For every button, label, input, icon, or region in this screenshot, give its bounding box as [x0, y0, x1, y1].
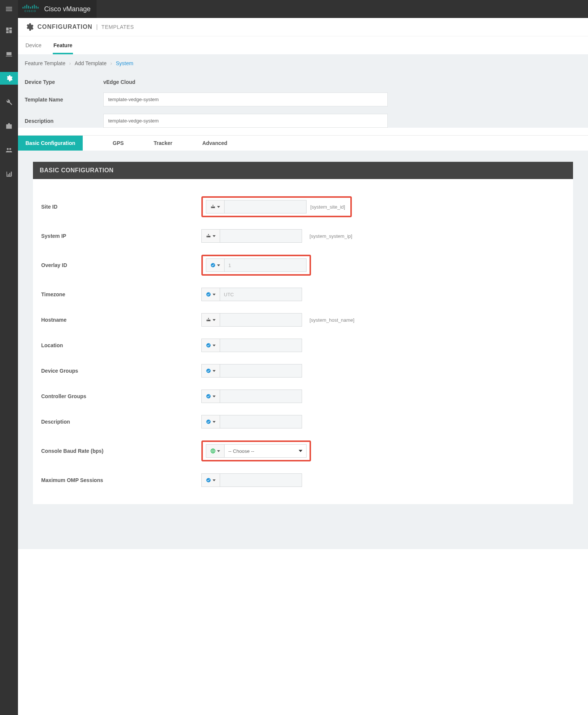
form-description-type-selector[interactable] — [201, 415, 220, 428]
users-icon — [5, 146, 13, 154]
check-circle-icon — [206, 368, 211, 373]
max-omp-type-selector[interactable] — [201, 473, 220, 487]
timezone-type-selector[interactable] — [201, 288, 220, 301]
system-ip-input[interactable] — [220, 229, 302, 243]
location-input[interactable] — [220, 339, 302, 352]
system-ip-label: System IP — [40, 233, 201, 239]
section-tab-tracker[interactable]: Tracker — [146, 136, 180, 151]
cisco-logo: CISCO — [22, 3, 40, 15]
panel-header: BASIC CONFIGURATION — [33, 162, 573, 179]
device-specific-icon — [210, 204, 216, 209]
site-id-highlight: [system_site_id] — [201, 196, 352, 217]
wrench-icon — [5, 99, 13, 106]
globe-icon — [210, 448, 216, 454]
section-tab-gps[interactable]: GPS — [105, 136, 131, 151]
svg-text:CISCO: CISCO — [24, 9, 36, 13]
dashboard-icon — [5, 27, 13, 34]
gear-icon — [5, 75, 13, 82]
device-type-value: vEdge Cloud — [103, 79, 135, 85]
console-baud-select[interactable]: -- Choose -- — [224, 444, 307, 458]
console-baud-highlight: -- Choose -- — [201, 440, 311, 461]
topbar: CISCO Cisco vManage — [0, 0, 588, 18]
check-circle-icon — [206, 419, 211, 424]
site-id-type-selector[interactable] — [206, 200, 225, 213]
controller-groups-type-selector[interactable] — [201, 390, 220, 403]
chart-icon — [5, 170, 13, 178]
section-tabs: Basic Configuration GPS Tracker Advanced — [18, 135, 588, 151]
gear-icon — [25, 22, 34, 31]
page-subsection: TEMPLATES — [101, 24, 134, 30]
sidebar-item-monitor[interactable] — [0, 48, 18, 61]
chevron-down-icon — [299, 450, 302, 452]
controller-groups-label: Controller Groups — [40, 393, 201, 399]
site-id-label: Site ID — [40, 204, 201, 210]
page-header: CONFIGURATION | TEMPLATES — [18, 18, 588, 36]
system-ip-type-selector[interactable] — [201, 229, 220, 243]
crumb-system: System — [116, 60, 133, 66]
section-tab-basic[interactable]: Basic Configuration — [18, 136, 83, 151]
description-label: Description — [25, 118, 103, 124]
timezone-input[interactable] — [220, 288, 302, 301]
check-circle-icon — [206, 478, 211, 483]
device-specific-icon — [206, 317, 211, 322]
breadcrumb: Feature Template › Add Template › System — [25, 60, 581, 66]
page-section: CONFIGURATION — [37, 24, 92, 30]
brand: CISCO Cisco vManage — [18, 0, 97, 18]
sidebar-item-analytics[interactable] — [0, 168, 18, 181]
hostname-type-selector[interactable] — [201, 313, 220, 327]
site-id-input[interactable] — [224, 200, 307, 213]
hostname-label: Hostname — [40, 317, 201, 323]
overlay-id-label: Overlay ID — [40, 262, 201, 268]
check-circle-icon — [206, 292, 211, 297]
form-description-label: Description — [40, 419, 201, 425]
sidebar-item-maintenance[interactable] — [0, 120, 18, 133]
tab-device[interactable]: Device — [25, 39, 42, 54]
briefcase-icon — [5, 122, 13, 130]
system-ip-hint: [system_system_ip] — [310, 233, 352, 239]
description-input[interactable] — [103, 114, 388, 128]
sidebar — [0, 18, 18, 549]
sidebar-item-administration[interactable] — [0, 144, 18, 157]
form-description-input[interactable] — [220, 415, 302, 428]
device-type-label: Device Type — [25, 79, 103, 85]
console-baud-label: Console Baud Rate (bps) — [40, 448, 201, 454]
location-label: Location — [40, 342, 201, 348]
sidebar-item-dashboard[interactable] — [0, 24, 18, 37]
template-name-input[interactable] — [103, 93, 388, 106]
hamburger-menu[interactable] — [0, 0, 18, 18]
device-groups-label: Device Groups — [40, 368, 201, 374]
hostname-input[interactable] — [220, 313, 302, 327]
device-groups-input[interactable] — [220, 364, 302, 378]
menu-icon — [5, 5, 13, 13]
device-groups-type-selector[interactable] — [201, 364, 220, 378]
location-type-selector[interactable] — [201, 339, 220, 352]
template-name-label: Template Name — [25, 97, 103, 103]
overlay-id-type-selector[interactable] — [206, 258, 225, 272]
timezone-label: Timezone — [40, 291, 201, 297]
console-baud-select-value: -- Choose -- — [228, 448, 254, 454]
max-omp-label: Maximum OMP Sessions — [40, 477, 201, 483]
sidebar-item-tools[interactable] — [0, 96, 18, 109]
hostname-hint: [system_host_name] — [310, 317, 354, 323]
tabs: Device Feature — [18, 36, 588, 54]
check-circle-icon — [206, 394, 211, 399]
check-circle-icon — [206, 343, 211, 348]
max-omp-input[interactable] — [220, 473, 302, 487]
check-circle-icon — [210, 263, 216, 268]
sidebar-item-configuration[interactable] — [0, 72, 18, 85]
site-id-hint: [system_site_id] — [310, 204, 345, 210]
section-tab-advanced[interactable]: Advanced — [195, 136, 235, 151]
laptop-icon — [5, 51, 13, 58]
overlay-id-input[interactable] — [224, 258, 307, 272]
crumb-feature-template[interactable]: Feature Template — [25, 60, 65, 66]
overlay-id-highlight — [201, 255, 311, 276]
controller-groups-input[interactable] — [220, 390, 302, 403]
console-baud-type-selector[interactable] — [206, 444, 225, 458]
device-specific-icon — [206, 233, 211, 239]
crumb-add-template[interactable]: Add Template — [74, 60, 106, 66]
brand-text: Cisco vManage — [44, 5, 91, 13]
tab-feature[interactable]: Feature — [53, 39, 73, 54]
